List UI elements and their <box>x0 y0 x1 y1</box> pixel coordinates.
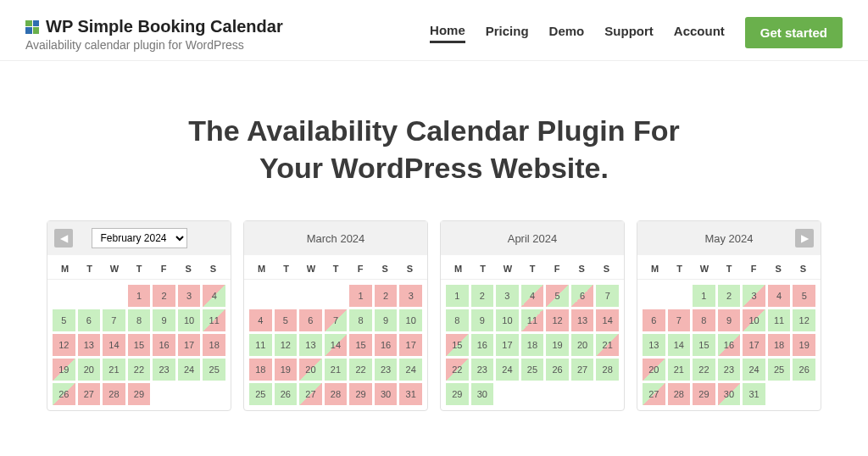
day-cell[interactable]: 29 <box>349 383 372 405</box>
day-cell[interactable]: 27 <box>78 383 101 405</box>
day-cell[interactable]: 23 <box>718 359 741 381</box>
day-cell[interactable]: 7 <box>103 309 125 331</box>
day-cell[interactable]: 22 <box>128 359 151 381</box>
day-cell[interactable]: 19 <box>53 359 75 381</box>
day-cell[interactable]: 17 <box>399 334 422 356</box>
day-cell[interactable]: 20 <box>299 359 322 381</box>
day-cell[interactable]: 16 <box>375 334 398 356</box>
day-cell[interactable]: 13 <box>299 334 322 356</box>
next-month-button[interactable]: ▶ <box>795 229 814 247</box>
day-cell[interactable]: 21 <box>325 359 348 381</box>
day-cell[interactable]: 20 <box>643 359 665 381</box>
day-cell[interactable]: 14 <box>596 309 619 331</box>
day-cell[interactable]: 2 <box>471 285 494 307</box>
day-cell[interactable]: 24 <box>743 359 765 381</box>
day-cell[interactable]: 4 <box>768 285 791 307</box>
day-cell[interactable]: 6 <box>78 309 101 331</box>
day-cell[interactable]: 20 <box>78 359 101 381</box>
day-cell[interactable]: 22 <box>446 359 469 381</box>
day-cell[interactable]: 30 <box>718 383 741 405</box>
day-cell[interactable]: 27 <box>299 383 322 405</box>
day-cell[interactable]: 22 <box>349 359 372 381</box>
day-cell[interactable]: 1 <box>693 285 715 307</box>
day-cell[interactable]: 29 <box>693 383 715 405</box>
day-cell[interactable]: 18 <box>768 334 791 356</box>
day-cell[interactable]: 15 <box>693 334 715 356</box>
day-cell[interactable]: 26 <box>53 383 75 405</box>
day-cell[interactable]: 13 <box>643 334 665 356</box>
day-cell[interactable]: 28 <box>103 383 125 405</box>
day-cell[interactable]: 31 <box>399 383 422 405</box>
day-cell[interactable]: 3 <box>743 285 765 307</box>
day-cell[interactable]: 15 <box>349 334 372 356</box>
nav-demo[interactable]: Demo <box>549 24 585 42</box>
day-cell[interactable]: 1 <box>349 285 372 307</box>
day-cell[interactable]: 19 <box>793 334 815 356</box>
get-started-button[interactable]: Get started <box>745 17 843 48</box>
day-cell[interactable]: 12 <box>793 309 815 331</box>
day-cell[interactable]: 24 <box>178 359 201 381</box>
day-cell[interactable]: 2 <box>375 285 398 307</box>
day-cell[interactable]: 9 <box>153 309 175 331</box>
day-cell[interactable]: 5 <box>53 309 75 331</box>
day-cell[interactable]: 18 <box>521 334 544 356</box>
day-cell[interactable]: 23 <box>153 359 175 381</box>
day-cell[interactable]: 2 <box>718 285 741 307</box>
day-cell[interactable]: 16 <box>471 334 494 356</box>
day-cell[interactable]: 10 <box>399 309 422 331</box>
day-cell[interactable]: 14 <box>103 334 125 356</box>
day-cell[interactable]: 25 <box>203 359 225 381</box>
day-cell[interactable]: 2 <box>153 285 175 307</box>
day-cell[interactable]: 18 <box>203 334 225 356</box>
day-cell[interactable]: 21 <box>103 359 125 381</box>
day-cell[interactable]: 29 <box>446 383 469 405</box>
day-cell[interactable]: 6 <box>571 285 594 307</box>
nav-support[interactable]: Support <box>604 24 654 42</box>
day-cell[interactable]: 24 <box>496 359 519 381</box>
day-cell[interactable]: 7 <box>325 309 348 331</box>
day-cell[interactable]: 18 <box>249 359 272 381</box>
day-cell[interactable]: 17 <box>496 334 519 356</box>
day-cell[interactable]: 28 <box>325 383 348 405</box>
day-cell[interactable]: 14 <box>325 334 348 356</box>
day-cell[interactable]: 19 <box>275 359 298 381</box>
day-cell[interactable]: 25 <box>521 359 544 381</box>
day-cell[interactable]: 24 <box>399 359 422 381</box>
day-cell[interactable]: 1 <box>446 285 469 307</box>
day-cell[interactable]: 8 <box>349 309 372 331</box>
day-cell[interactable]: 31 <box>743 383 765 405</box>
day-cell[interactable]: 6 <box>299 309 322 331</box>
month-select[interactable]: February 2024 <box>92 228 187 248</box>
day-cell[interactable]: 4 <box>249 309 272 331</box>
day-cell[interactable]: 13 <box>78 334 101 356</box>
day-cell[interactable]: 30 <box>375 383 398 405</box>
day-cell[interactable]: 10 <box>743 309 765 331</box>
day-cell[interactable]: 5 <box>275 309 298 331</box>
day-cell[interactable]: 22 <box>693 359 715 381</box>
day-cell[interactable]: 11 <box>203 309 225 331</box>
day-cell[interactable]: 3 <box>496 285 519 307</box>
day-cell[interactable]: 10 <box>178 309 201 331</box>
day-cell[interactable]: 13 <box>571 309 594 331</box>
day-cell[interactable]: 19 <box>546 334 569 356</box>
day-cell[interactable]: 15 <box>128 334 151 356</box>
day-cell[interactable]: 17 <box>743 334 765 356</box>
day-cell[interactable]: 23 <box>375 359 398 381</box>
day-cell[interactable]: 1 <box>128 285 151 307</box>
day-cell[interactable]: 9 <box>718 309 741 331</box>
day-cell[interactable]: 17 <box>178 334 201 356</box>
day-cell[interactable]: 25 <box>768 359 791 381</box>
day-cell[interactable]: 25 <box>249 383 272 405</box>
nav-home[interactable]: Home <box>430 23 465 43</box>
day-cell[interactable]: 12 <box>546 309 569 331</box>
day-cell[interactable]: 26 <box>546 359 569 381</box>
day-cell[interactable]: 30 <box>471 383 494 405</box>
day-cell[interactable]: 28 <box>596 359 619 381</box>
day-cell[interactable]: 20 <box>571 334 594 356</box>
day-cell[interactable]: 12 <box>275 334 298 356</box>
day-cell[interactable]: 21 <box>596 334 619 356</box>
day-cell[interactable]: 10 <box>496 309 519 331</box>
day-cell[interactable]: 9 <box>471 309 494 331</box>
day-cell[interactable]: 11 <box>768 309 791 331</box>
day-cell[interactable]: 27 <box>571 359 594 381</box>
